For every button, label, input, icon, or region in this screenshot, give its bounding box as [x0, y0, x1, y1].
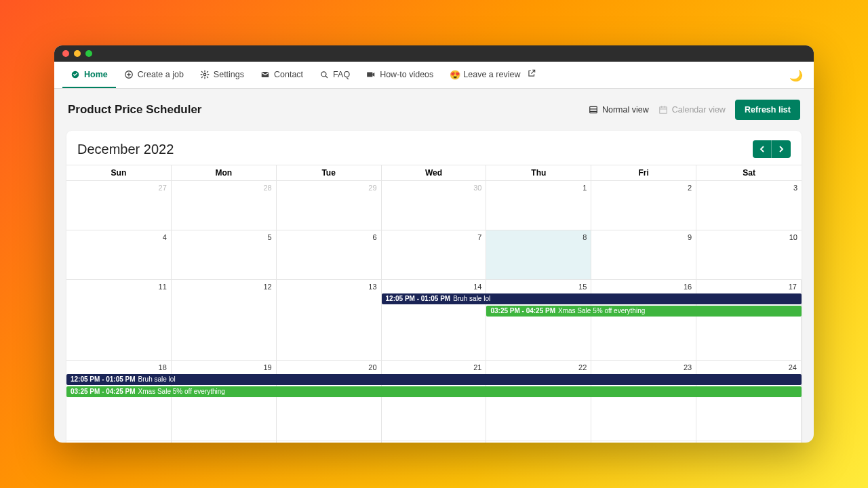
- nav-tab-home[interactable]: Home: [62, 62, 116, 88]
- tab-label: Create a job: [138, 70, 184, 79]
- calendar-day[interactable]: 1: [486, 181, 591, 230]
- calendar-header: December 2022: [66, 131, 802, 165]
- calendar-day[interactable]: 25: [66, 441, 172, 443]
- event-time: 03:25 PM - 04:25 PM: [490, 307, 555, 314]
- check-icon: [71, 70, 80, 79]
- normal-view-toggle[interactable]: Normal view: [589, 105, 649, 115]
- calendar-day[interactable]: 12: [172, 280, 277, 360]
- dow-label: Sat: [696, 165, 802, 181]
- calendar-day[interactable]: 16: [591, 280, 696, 360]
- calendar-week: 27282930123: [66, 181, 802, 230]
- calendar-day[interactable]: 10: [696, 230, 802, 279]
- svg-point-4: [203, 73, 206, 76]
- nav-tab-create-a-job[interactable]: Create a job: [116, 62, 192, 88]
- calendar-week: 1819202122232412:05 PM - 01:05 PMBruh sa…: [66, 361, 802, 441]
- prev-month-button[interactable]: [753, 140, 772, 158]
- calendar-week: 2526272829303112:05 PM - 01:05 PMBruh sa…: [66, 441, 802, 443]
- nav-tab-contact[interactable]: Contact: [252, 62, 311, 88]
- calendar-day[interactable]: 29: [486, 441, 591, 443]
- calendar-day[interactable]: 17: [696, 280, 802, 360]
- calendar-view-label: Calendar view: [672, 105, 726, 115]
- svg-rect-12: [659, 107, 667, 113]
- dow-label: Sun: [66, 165, 172, 181]
- calendar-view-toggle[interactable]: Calendar view: [658, 105, 726, 115]
- calendar-day[interactable]: 9: [591, 230, 696, 279]
- calendar-day[interactable]: 6: [277, 230, 382, 279]
- calendar-week: 45678910: [66, 230, 802, 280]
- dow-label: Mon: [172, 165, 277, 181]
- next-month-button[interactable]: [772, 140, 791, 158]
- calendar-day[interactable]: 7: [382, 230, 487, 279]
- calendar-day[interactable]: 30: [591, 441, 696, 443]
- tab-label: How-to videos: [380, 70, 433, 79]
- chevron-left-icon: [760, 146, 765, 152]
- calendar-day[interactable]: 28: [382, 441, 487, 443]
- calendar-day[interactable]: 13: [277, 280, 382, 360]
- calendar-day[interactable]: 22: [486, 361, 591, 441]
- mail-icon: [260, 70, 270, 79]
- tab-label: Settings: [214, 70, 244, 79]
- event-title: Xmas Sale 5% off everything: [138, 388, 225, 395]
- svg-line-7: [326, 76, 328, 78]
- chevron-right-icon: [778, 146, 784, 152]
- calendar-day[interactable]: 15: [486, 280, 591, 360]
- calendar-event[interactable]: 12:05 PM - 01:05 PMBruh sale lol: [66, 374, 802, 385]
- svg-rect-8: [367, 72, 372, 77]
- calendar-day[interactable]: 4: [66, 230, 172, 279]
- minimize-icon[interactable]: [74, 50, 81, 57]
- calendar-day[interactable]: 27: [66, 181, 172, 230]
- calendar-day[interactable]: 3: [696, 181, 802, 230]
- gear-icon: [200, 70, 210, 79]
- calendar-day[interactable]: 14: [382, 280, 487, 360]
- dow-label: Thu: [486, 165, 591, 181]
- calendar-day[interactable]: 31: [696, 441, 802, 443]
- titlebar: [54, 45, 814, 62]
- calendar-event[interactable]: 12:05 PM - 01:05 PMBruh sale lol: [382, 293, 802, 304]
- maximize-icon[interactable]: [85, 50, 92, 57]
- calendar-day[interactable]: 28: [172, 181, 277, 230]
- event-title: Bruh sale lol: [453, 295, 490, 302]
- dow-header: SunMonTueWedThuFriSat: [66, 165, 802, 181]
- calendar-day[interactable]: 24: [696, 361, 802, 441]
- page-title: Product Price Scheduler: [68, 103, 201, 117]
- close-icon[interactable]: [62, 50, 69, 57]
- calendar-day[interactable]: 11: [66, 280, 172, 360]
- calendar-day[interactable]: 19: [172, 361, 277, 441]
- calendar-day[interactable]: 23: [591, 361, 696, 441]
- calendar-card: December 2022 SunMonTueWedThuFriSat 2728…: [66, 131, 802, 443]
- tab-label: Contact: [274, 70, 303, 79]
- svg-rect-9: [590, 106, 597, 113]
- event-time: 12:05 PM - 01:05 PM: [386, 295, 451, 302]
- calendar-day[interactable]: 8: [486, 230, 591, 279]
- nav-tab-how-to-videos[interactable]: How-to videos: [358, 62, 441, 88]
- normal-view-label: Normal view: [602, 105, 649, 115]
- calendar-day[interactable]: 2: [591, 181, 696, 230]
- calendar-day[interactable]: 26: [172, 441, 277, 443]
- dow-label: Tue: [277, 165, 382, 181]
- calendar-day[interactable]: 20: [277, 361, 382, 441]
- calendar-day[interactable]: 5: [172, 230, 277, 279]
- refresh-button[interactable]: Refresh list: [735, 100, 800, 120]
- search-icon: [319, 70, 329, 79]
- tab-label: FAQ: [333, 70, 350, 79]
- header-actions: Normal view Calendar view Refresh list: [589, 100, 800, 120]
- calendar-day[interactable]: 18: [66, 361, 172, 441]
- calendar-day[interactable]: 29: [277, 181, 382, 230]
- external-link-icon: [527, 68, 536, 80]
- event-title: Bruh sale lol: [138, 375, 176, 383]
- calendar-event[interactable]: 03:25 PM - 04:25 PMXmas Sale 5% off ever…: [486, 306, 802, 317]
- calendar-month-label: December 2022: [77, 142, 174, 157]
- top-nav: HomeCreate a jobSettingsContactFAQHow-to…: [54, 62, 814, 89]
- dow-label: Fri: [591, 165, 696, 181]
- dow-label: Wed: [382, 165, 487, 181]
- calendar-day[interactable]: 21: [382, 361, 487, 441]
- calendar-day[interactable]: 30: [382, 181, 487, 230]
- calendar-day[interactable]: 27: [277, 441, 382, 443]
- calendar-event[interactable]: 03:25 PM - 04:25 PMXmas Sale 5% off ever…: [66, 386, 802, 397]
- app-window: HomeCreate a jobSettingsContactFAQHow-to…: [54, 45, 814, 443]
- nav-tab-settings[interactable]: Settings: [192, 62, 252, 88]
- nav-tab-leave-a-review[interactable]: 😍Leave a review: [441, 62, 545, 88]
- event-title: Xmas Sale 5% off everything: [558, 307, 645, 314]
- theme-toggle-icon[interactable]: 🌙: [789, 68, 803, 81]
- nav-tab-faq[interactable]: FAQ: [311, 62, 358, 88]
